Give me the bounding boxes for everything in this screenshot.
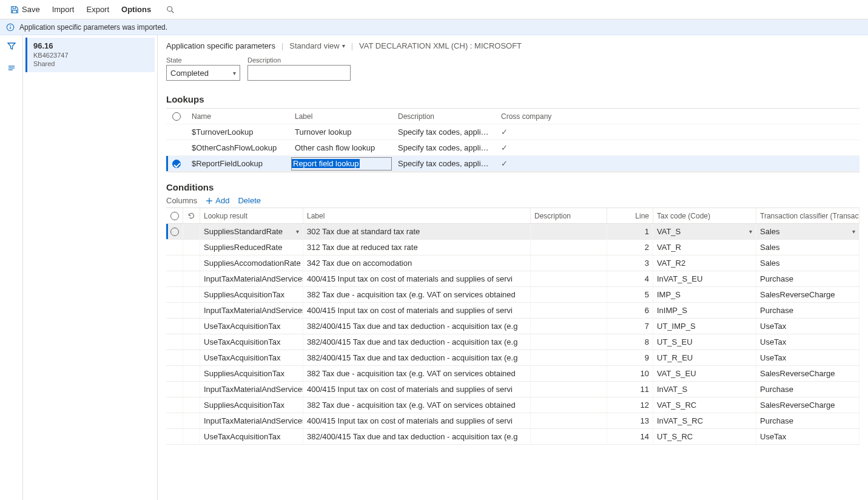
cond-header-refresh[interactable] <box>183 208 200 223</box>
cond-row-gear[interactable] <box>183 303 200 318</box>
cond-row-gear[interactable] <box>183 366 200 381</box>
filter-button[interactable] <box>3 38 20 55</box>
conditions-row[interactable]: SuppliesStandardRate▾302 Tax due at stan… <box>166 224 860 240</box>
lookups-col-desc[interactable]: Description <box>393 112 496 121</box>
cond-row-gear[interactable] <box>183 271 200 286</box>
conditions-row[interactable]: UseTaxAcquisitionTax382/400/415 Tax due … <box>166 319 860 334</box>
lookups-label-input[interactable]: Report field lookup <box>291 157 392 171</box>
search-button[interactable] <box>160 0 181 19</box>
export-button[interactable]: Export <box>80 0 115 19</box>
view-selector[interactable]: Standard view ▾ <box>289 41 345 50</box>
cond-row-check[interactable] <box>166 255 183 271</box>
state-select[interactable]: Completed ▾ <box>166 65 240 81</box>
cond-row-check[interactable] <box>166 413 183 428</box>
conditions-row[interactable]: InputTaxMaterialAndServices400/415 Input… <box>166 382 860 397</box>
cond-cell-label: 342 Tax due on accomodation <box>303 255 531 271</box>
conditions-row[interactable]: SuppliesAcquisitionTax382 Tax due - acqu… <box>166 397 860 413</box>
description-input[interactable] <box>247 65 351 81</box>
conditions-row[interactable]: InputTaxMaterialAndServices400/415 Input… <box>166 413 860 429</box>
cond-row-gear[interactable] <box>183 429 200 444</box>
cond-row-check[interactable] <box>166 240 183 255</box>
main-panel: Application specific parameters | Standa… <box>158 35 868 500</box>
cond-row-check[interactable] <box>166 303 183 318</box>
cond-row-check[interactable] <box>166 397 183 413</box>
cond-cell-result: SuppliesAccomodationRate <box>200 255 303 271</box>
conditions-row[interactable]: InputTaxMaterialAndServices400/415 Input… <box>166 303 860 319</box>
conditions-row[interactable]: SuppliesAcquisitionTax382 Tax due - acqu… <box>166 366 860 382</box>
cond-cell-result: SuppliesAcquisitionTax <box>200 397 303 413</box>
cond-cell-tran: UseTax <box>756 319 860 334</box>
conditions-row[interactable]: SuppliesAccomodationRate342 Tax due on a… <box>166 255 860 271</box>
cond-cell-result[interactable]: SuppliesStandardRate▾ <box>200 224 303 239</box>
cond-cell-tran[interactable]: Sales▾ <box>756 224 860 239</box>
cond-cell-line: 12 <box>607 397 653 413</box>
cond-header-check[interactable] <box>166 208 183 223</box>
cond-row-gear[interactable] <box>183 350 200 365</box>
save-button[interactable]: Save <box>4 0 46 19</box>
lookups-cell-cross: ✓ <box>496 127 569 137</box>
lookups-col-cross[interactable]: Cross company <box>496 112 569 121</box>
cond-row-check[interactable] <box>166 334 183 350</box>
cond-row-gear[interactable] <box>183 382 200 397</box>
conditions-row[interactable]: SuppliesReducedRate312 Tax due at reduce… <box>166 240 860 255</box>
cond-row-gear[interactable] <box>183 397 200 413</box>
conditions-row[interactable]: SuppliesAcquisitionTax382 Tax due - acqu… <box>166 287 860 303</box>
cond-col-tran[interactable]: Transaction classifier (TransactionCla..… <box>756 208 860 223</box>
conditions-row[interactable]: UseTaxAcquisitionTax382/400/415 Tax due … <box>166 350 860 366</box>
lookups-row[interactable]: $TurnoverLookupTurnover lookupSpecify ta… <box>166 124 860 140</box>
cond-row-gear[interactable] <box>183 255 200 271</box>
conditions-row[interactable]: UseTaxAcquisitionTax382/400/415 Tax due … <box>166 429 860 445</box>
version-number: 96.16 <box>33 41 149 50</box>
cond-row-check[interactable] <box>166 319 183 334</box>
cond-col-code[interactable]: Tax code (Code) <box>653 208 756 223</box>
cond-cell-result: UseTaxAcquisitionTax <box>200 334 303 350</box>
cond-cell-code: VAT_S_RC <box>653 397 756 413</box>
cond-col-line[interactable]: Line <box>607 208 653 223</box>
cond-cell-result: InputTaxMaterialAndServices <box>200 382 303 397</box>
cond-cell-desc <box>531 334 607 350</box>
cond-col-result[interactable]: Lookup result <box>200 208 303 223</box>
conditions-row[interactable]: InputTaxMaterialAndServices400/415 Input… <box>166 271 860 287</box>
list-button[interactable] <box>3 59 20 76</box>
cond-row-check[interactable] <box>166 287 183 302</box>
cond-row-gear[interactable] <box>183 240 200 255</box>
cond-row-gear[interactable] <box>183 287 200 302</box>
options-button[interactable]: Options <box>115 0 157 19</box>
delete-button[interactable]: Delete <box>238 196 261 205</box>
lookups-header-check[interactable] <box>166 112 187 121</box>
cond-cell-tran: UseTax <box>756 350 860 365</box>
svg-point-0 <box>167 6 172 11</box>
cond-row-check[interactable] <box>166 429 183 444</box>
cond-row-check[interactable] <box>166 382 183 397</box>
import-label: Import <box>52 5 75 14</box>
cond-row-check[interactable] <box>166 350 183 365</box>
cond-cell-code[interactable]: VAT_S▾ <box>653 224 756 239</box>
lookups-row[interactable]: $OtherCashFlowLookupOther cash flow look… <box>166 140 860 156</box>
cond-row-check[interactable] <box>166 366 183 381</box>
import-button[interactable]: Import <box>46 0 81 19</box>
cond-row-check[interactable] <box>166 224 183 239</box>
lookups-row-check[interactable] <box>166 160 187 168</box>
crumb-title: Application specific parameters <box>166 41 275 50</box>
view-label: Standard view <box>289 41 339 50</box>
cond-cell-tran: SalesReverseCharge <box>756 397 860 413</box>
description-group: Description <box>247 56 351 81</box>
check-icon: ✓ <box>501 127 508 137</box>
body: 96.16 KB4623747 Shared Application speci… <box>0 35 868 500</box>
lookups-col-name[interactable]: Name <box>187 112 290 121</box>
version-card[interactable]: 96.16 KB4623747 Shared <box>25 38 155 72</box>
lookups-row[interactable]: $ReportFieldLookupReport field lookupSpe… <box>166 156 860 172</box>
conditions-row[interactable]: UseTaxAcquisitionTax382/400/415 Tax due … <box>166 334 860 350</box>
cond-row-check[interactable] <box>166 271 183 286</box>
cond-row-gear[interactable] <box>183 413 200 428</box>
lookups-col-label[interactable]: Label <box>290 112 393 121</box>
cond-row-gear[interactable] <box>183 334 200 350</box>
cond-row-gear[interactable] <box>183 319 200 334</box>
add-button[interactable]: Add <box>206 196 229 205</box>
cond-col-label[interactable]: Label <box>303 208 531 223</box>
radio-icon <box>170 228 179 236</box>
cond-row-gear[interactable] <box>183 224 200 239</box>
columns-button[interactable]: Columns <box>166 196 197 205</box>
cond-col-desc[interactable]: Description <box>531 208 607 223</box>
header-fields: State Completed ▾ Description <box>166 56 860 81</box>
